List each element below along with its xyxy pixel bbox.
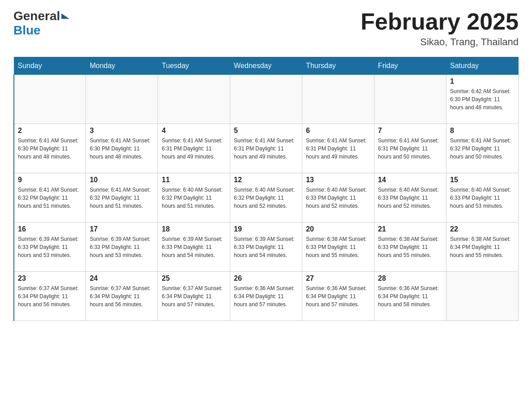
day-number: 14: [378, 176, 442, 184]
day-number: 20: [306, 225, 370, 233]
day-number: 15: [450, 176, 515, 184]
day-number: 2: [18, 127, 82, 135]
logo-blue-line: Blue: [13, 23, 69, 38]
logo-triangle-icon: [61, 13, 69, 19]
day-number: 22: [450, 225, 515, 233]
calendar-week-1: 2Sunrise: 6:41 AM Sunset: 6:30 PM Daylig…: [14, 124, 519, 173]
day-info: Sunrise: 6:38 AM Sunset: 6:34 PM Dayligh…: [450, 235, 515, 259]
day-info: Sunrise: 6:41 AM Sunset: 6:31 PM Dayligh…: [162, 137, 226, 161]
logo-wrapper: General Blue: [13, 9, 69, 38]
calendar-cell: [86, 75, 158, 124]
day-number: 27: [306, 274, 370, 283]
day-info: Sunrise: 6:41 AM Sunset: 6:32 PM Dayligh…: [18, 186, 82, 210]
location-title: Sikao, Trang, Thailand: [360, 36, 519, 48]
day-info: Sunrise: 6:41 AM Sunset: 6:32 PM Dayligh…: [90, 186, 154, 210]
day-number: 16: [18, 225, 82, 233]
calendar-cell: [14, 75, 86, 124]
day-info: Sunrise: 6:41 AM Sunset: 6:32 PM Dayligh…: [450, 137, 515, 161]
day-info: Sunrise: 6:36 AM Sunset: 6:34 PM Dayligh…: [306, 284, 370, 308]
day-number: 13: [306, 176, 370, 184]
header-saturday: Saturday: [446, 57, 519, 75]
calendar-cell: 11Sunrise: 6:40 AM Sunset: 6:32 PM Dayli…: [158, 173, 230, 223]
calendar-cell: 20Sunrise: 6:38 AM Sunset: 6:33 PM Dayli…: [302, 223, 374, 272]
calendar-cell: 12Sunrise: 6:40 AM Sunset: 6:32 PM Dayli…: [230, 173, 302, 223]
calendar-week-4: 23Sunrise: 6:37 AM Sunset: 6:34 PM Dayli…: [14, 272, 519, 321]
calendar-cell: 21Sunrise: 6:38 AM Sunset: 6:33 PM Dayli…: [374, 223, 446, 272]
day-info: Sunrise: 6:41 AM Sunset: 6:31 PM Dayligh…: [234, 137, 298, 161]
calendar-cell: 22Sunrise: 6:38 AM Sunset: 6:34 PM Dayli…: [446, 223, 519, 272]
calendar-week-2: 9Sunrise: 6:41 AM Sunset: 6:32 PM Daylig…: [14, 173, 519, 223]
month-title: February 2025: [360, 9, 519, 34]
header-monday: Monday: [86, 57, 158, 75]
calendar-cell: 7Sunrise: 6:41 AM Sunset: 6:31 PM Daylig…: [374, 124, 446, 173]
day-number: 1: [450, 77, 515, 86]
day-info: Sunrise: 6:40 AM Sunset: 6:33 PM Dayligh…: [378, 186, 442, 210]
day-number: 12: [234, 176, 298, 184]
day-info: Sunrise: 6:37 AM Sunset: 6:34 PM Dayligh…: [162, 284, 226, 308]
day-number: 9: [18, 176, 82, 184]
calendar-week-3: 16Sunrise: 6:39 AM Sunset: 6:33 PM Dayli…: [14, 223, 519, 272]
day-info: Sunrise: 6:40 AM Sunset: 6:33 PM Dayligh…: [450, 186, 515, 210]
day-number: 26: [234, 274, 298, 283]
header-sunday: Sunday: [14, 57, 86, 75]
calendar-cell: 24Sunrise: 6:37 AM Sunset: 6:34 PM Dayli…: [86, 272, 158, 321]
calendar-cell: 25Sunrise: 6:37 AM Sunset: 6:34 PM Dayli…: [158, 272, 230, 321]
day-info: Sunrise: 6:36 AM Sunset: 6:34 PM Dayligh…: [378, 284, 442, 308]
day-info: Sunrise: 6:41 AM Sunset: 6:31 PM Dayligh…: [378, 137, 442, 161]
logo-general-text: General: [13, 9, 60, 23]
logo-line1: General: [13, 9, 69, 23]
header-tuesday: Tuesday: [158, 57, 230, 75]
day-info: Sunrise: 6:41 AM Sunset: 6:31 PM Dayligh…: [306, 137, 370, 161]
calendar-cell: 10Sunrise: 6:41 AM Sunset: 6:32 PM Dayli…: [86, 173, 158, 223]
calendar-cell: 27Sunrise: 6:36 AM Sunset: 6:34 PM Dayli…: [302, 272, 374, 321]
calendar-cell: 1Sunrise: 6:42 AM Sunset: 6:30 PM Daylig…: [446, 75, 519, 124]
calendar-cell: 2Sunrise: 6:41 AM Sunset: 6:30 PM Daylig…: [14, 124, 86, 173]
day-number: 11: [162, 176, 226, 184]
day-number: 24: [90, 274, 154, 283]
day-number: 4: [162, 127, 226, 135]
day-info: Sunrise: 6:38 AM Sunset: 6:33 PM Dayligh…: [378, 235, 442, 259]
day-number: 10: [90, 176, 154, 184]
day-info: Sunrise: 6:39 AM Sunset: 6:33 PM Dayligh…: [162, 235, 226, 259]
day-number: 17: [90, 225, 154, 233]
calendar-cell: 28Sunrise: 6:36 AM Sunset: 6:34 PM Dayli…: [374, 272, 446, 321]
calendar-cell: 26Sunrise: 6:36 AM Sunset: 6:34 PM Dayli…: [230, 272, 302, 321]
logo-blue-text: Blue: [13, 23, 41, 37]
calendar-cell: 3Sunrise: 6:41 AM Sunset: 6:30 PM Daylig…: [86, 124, 158, 173]
calendar-cell: [374, 75, 446, 124]
day-info: Sunrise: 6:36 AM Sunset: 6:34 PM Dayligh…: [234, 284, 298, 308]
header-friday: Friday: [374, 57, 446, 75]
day-info: Sunrise: 6:38 AM Sunset: 6:33 PM Dayligh…: [306, 235, 370, 259]
calendar-table: SundayMondayTuesdayWednesdayThursdayFrid…: [13, 57, 519, 321]
calendar-cell: [446, 272, 519, 321]
day-info: Sunrise: 6:41 AM Sunset: 6:30 PM Dayligh…: [18, 137, 82, 161]
day-number: 21: [378, 225, 442, 233]
day-info: Sunrise: 6:40 AM Sunset: 6:33 PM Dayligh…: [306, 186, 370, 210]
day-number: 25: [162, 274, 226, 283]
calendar-cell: 6Sunrise: 6:41 AM Sunset: 6:31 PM Daylig…: [302, 124, 374, 173]
calendar-cell: 19Sunrise: 6:39 AM Sunset: 6:33 PM Dayli…: [230, 223, 302, 272]
day-info: Sunrise: 6:40 AM Sunset: 6:32 PM Dayligh…: [234, 186, 298, 210]
calendar-header-row: SundayMondayTuesdayWednesdayThursdayFrid…: [14, 57, 519, 75]
day-number: 23: [18, 274, 82, 283]
day-number: 19: [234, 225, 298, 233]
day-number: 18: [162, 225, 226, 233]
day-number: 8: [450, 127, 515, 135]
day-info: Sunrise: 6:39 AM Sunset: 6:33 PM Dayligh…: [234, 235, 298, 259]
calendar-cell: 16Sunrise: 6:39 AM Sunset: 6:33 PM Dayli…: [14, 223, 86, 272]
calendar-cell: 13Sunrise: 6:40 AM Sunset: 6:33 PM Dayli…: [302, 173, 374, 223]
calendar-cell: 18Sunrise: 6:39 AM Sunset: 6:33 PM Dayli…: [158, 223, 230, 272]
day-number: 28: [378, 274, 442, 283]
calendar-week-0: 1Sunrise: 6:42 AM Sunset: 6:30 PM Daylig…: [14, 75, 519, 124]
page-header: General Blue February 2025 Sikao, Trang,…: [13, 9, 519, 48]
calendar-cell: [158, 75, 230, 124]
calendar-cell: 17Sunrise: 6:39 AM Sunset: 6:33 PM Dayli…: [86, 223, 158, 272]
day-info: Sunrise: 6:39 AM Sunset: 6:33 PM Dayligh…: [90, 235, 154, 259]
calendar-cell: 8Sunrise: 6:41 AM Sunset: 6:32 PM Daylig…: [446, 124, 519, 173]
header-wednesday: Wednesday: [230, 57, 302, 75]
calendar-cell: [230, 75, 302, 124]
day-info: Sunrise: 6:37 AM Sunset: 6:34 PM Dayligh…: [90, 284, 154, 308]
day-number: 3: [90, 127, 154, 135]
day-info: Sunrise: 6:39 AM Sunset: 6:33 PM Dayligh…: [18, 235, 82, 259]
day-info: Sunrise: 6:37 AM Sunset: 6:34 PM Dayligh…: [18, 284, 82, 308]
